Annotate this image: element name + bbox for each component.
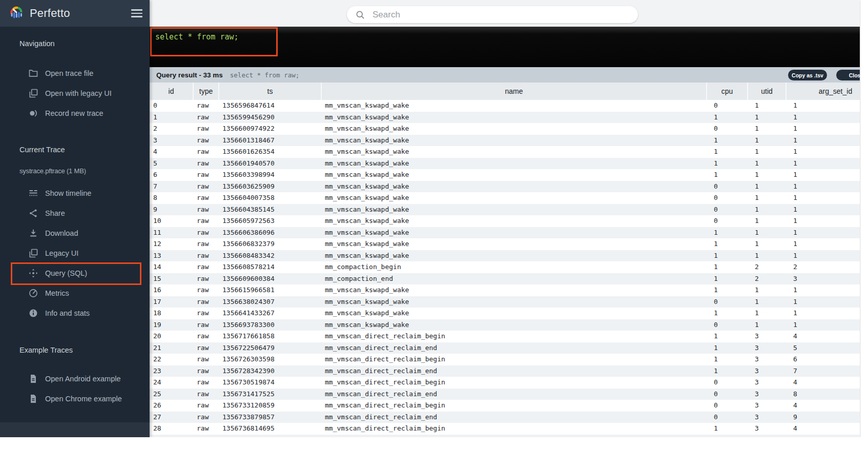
cell-arg-set-id: 1 [786, 308, 860, 319]
menu-icon[interactable] [130, 5, 143, 22]
column-header-arg-set-id[interactable]: arg_set_id [786, 83, 860, 100]
cell-utid: 3 [748, 412, 786, 423]
cell-name: mm_vmscan_kswapd_wake [321, 227, 707, 239]
table-row[interactable]: 28raw1356736814695mm_vmscan_direct_recla… [150, 423, 860, 435]
sidebar-item-download[interactable]: Download [0, 223, 150, 243]
table-row[interactable]: 18raw1356641433267mm_vmscan_kswapd_wake1… [150, 308, 860, 319]
sidebar-item-open-with-legacy-ui[interactable]: Open with legacy UI [0, 83, 150, 103]
metrics-icon [28, 288, 38, 298]
cell-cpu: 1 [707, 342, 748, 354]
table-row[interactable]: 7raw1356603625909mm_vmscan_kswapd_wake01… [150, 181, 860, 193]
table-row[interactable]: 12raw1356606832379mm_vmscan_kswapd_wake1… [150, 238, 860, 250]
column-header-utid[interactable]: utid [748, 83, 786, 100]
cell-utid: 1 [748, 204, 786, 216]
cell-utid: 3 [748, 435, 786, 438]
column-header-cpu[interactable]: cpu [707, 83, 748, 100]
search-input[interactable] [371, 9, 619, 21]
cell-id: 7 [150, 181, 193, 193]
cell-utid: 1 [748, 227, 786, 239]
table-row[interactable]: 22raw1356726303598mm_vmscan_direct_recla… [150, 354, 860, 365]
cell-ts: 1356596847614 [219, 100, 321, 112]
cell-ts: 1356605972563 [219, 215, 321, 227]
sidebar-item-share[interactable]: Share [0, 203, 150, 223]
sidebar-item-label: Query (SQL) [45, 269, 87, 277]
table-row[interactable]: 25raw1356731417525mm_vmscan_direct_recla… [150, 389, 860, 400]
sidebar-item-show-timeline[interactable]: Show timeline [0, 183, 150, 203]
sidebar-item-open-android-example[interactable]: Open Android example [0, 369, 150, 389]
cell-cpu: 1 [707, 158, 748, 170]
cell-name: mm_vmscan_kswapd_wake [321, 296, 707, 308]
table-row[interactable]: 16raw1356615966581mm_vmscan_kswapd_wake1… [150, 284, 860, 296]
cell-type: raw [193, 112, 219, 124]
column-header-ts[interactable]: ts [219, 83, 321, 100]
cell-arg-set-id: 4 [786, 423, 860, 435]
copy-as-tsv-button[interactable]: Copy as .tsv [788, 70, 827, 80]
table-row[interactable]: 13raw1356608483342mm_vmscan_kswapd_wake1… [150, 250, 860, 262]
table-row[interactable]: 19raw1356693783300mm_vmscan_kswapd_wake0… [150, 319, 860, 331]
cell-name: mm_vmscan_kswapd_wake [321, 238, 707, 250]
cell-utid: 3 [748, 331, 786, 342]
cell-name: mm_vmscan_kswapd_wake [321, 215, 707, 227]
table-row[interactable]: 26raw1356733120859mm_vmscan_direct_recla… [150, 400, 860, 412]
cell-cpu: 0 [707, 181, 748, 193]
sidebar-item-legacy-ui[interactable]: Legacy UI [0, 243, 150, 263]
cell-cpu: 1 [707, 354, 748, 365]
column-header-type[interactable]: type [193, 83, 219, 100]
table-row[interactable]: 9raw1356604385145mm_vmscan_kswapd_wake01… [150, 204, 860, 216]
sidebar-item-open-trace-file[interactable]: Open trace file [0, 63, 150, 83]
sidebar-item-open-chrome-example[interactable]: Open Chrome example [0, 389, 150, 409]
cell-name: mm_vmscan_direct_reclaim_end [321, 412, 707, 423]
table-row[interactable]: 4raw1356601626354mm_vmscan_kswapd_wake11… [150, 146, 860, 158]
table-row[interactable]: 0raw1356596847614mm_vmscan_kswapd_wake01… [150, 100, 860, 112]
cell-cpu: 1 [707, 250, 748, 262]
cell-ts: 1356733879857 [219, 412, 321, 423]
table-row[interactable]: 14raw1356608578214mm_compaction_begin122 [150, 261, 860, 273]
table-row[interactable]: 2raw1356600974922mm_vmscan_kswapd_wake01… [150, 123, 860, 135]
query-result-summary: Query result - 33 ms [156, 71, 223, 79]
cell-cpu: 1 [707, 423, 748, 435]
cell-arg-set-id: 1 [786, 158, 860, 170]
column-header-name[interactable]: name [321, 83, 707, 100]
sidebar-item-metrics[interactable]: Metrics [0, 283, 150, 303]
table-row[interactable]: 11raw1356606386096mm_vmscan_kswapd_wake1… [150, 227, 860, 239]
search-bar[interactable] [347, 6, 638, 23]
cell-type: raw [193, 146, 219, 158]
cell-arg-set-id: 1 [786, 169, 860, 181]
cell-type: raw [193, 296, 219, 308]
table-row[interactable]: 3raw1356601318467mm_vmscan_kswapd_wake11… [150, 135, 860, 147]
sidebar-item-query-sql[interactable]: Query (SQL) [0, 263, 150, 283]
table-row[interactable]: 10raw1356605972563mm_vmscan_kswapd_wake0… [150, 215, 860, 227]
sidebar-item-info-and-stats[interactable]: Info and stats [0, 303, 150, 323]
cell-ts: 1356601940570 [219, 158, 321, 170]
topbar [150, 0, 860, 27]
close-button[interactable]: Close [836, 70, 860, 80]
search-icon [355, 10, 365, 20]
cell-cpu: 0 [707, 296, 748, 308]
cell-utid: 2 [748, 261, 786, 273]
cell-ts: 1356693783300 [219, 319, 321, 331]
table-row[interactable]: 20raw1356717661858mm_vmscan_direct_recla… [150, 331, 860, 342]
table-row[interactable]: 24raw1356730519874mm_vmscan_direct_recla… [150, 377, 860, 389]
table-row[interactable]: 6raw1356603398994mm_vmscan_kswapd_wake11… [150, 169, 860, 181]
table-row[interactable]: 29raw1356738951752mm_vmscan_direct_recla… [150, 435, 860, 438]
table-row[interactable]: 21raw1356722506479mm_vmscan_direct_recla… [150, 342, 860, 354]
section-title: Current Trace [0, 145, 150, 155]
cell-name: mm_vmscan_kswapd_wake [321, 204, 707, 216]
sidebar-item-record-new-trace[interactable]: Record new trace [0, 103, 150, 123]
cell-cpu: 1 [707, 146, 748, 158]
sql-editor[interactable]: select * from raw; [150, 27, 860, 67]
sidebar-section-navigation: NavigationOpen trace fileOpen with legac… [0, 38, 150, 123]
table-row[interactable]: 27raw1356733879857mm_vmscan_direct_recla… [150, 412, 860, 423]
cell-utid: 1 [748, 215, 786, 227]
cell-id: 0 [150, 100, 193, 112]
table-row[interactable]: 5raw1356601940570mm_vmscan_kswapd_wake11… [150, 158, 860, 170]
column-header-id[interactable]: id [150, 83, 193, 100]
sidebar-item-label: Open trace file [45, 69, 93, 77]
cell-id: 20 [150, 331, 193, 342]
table-row[interactable]: 15raw1356609600384mm_compaction_end123 [150, 273, 860, 285]
table-row[interactable]: 8raw1356604007358mm_vmscan_kswapd_wake01… [150, 192, 860, 204]
sidebar-header: Perfetto [0, 0, 150, 27]
table-row[interactable]: 23raw1356728342390mm_vmscan_direct_recla… [150, 365, 860, 377]
table-row[interactable]: 17raw1356638024307mm_vmscan_kswapd_wake0… [150, 296, 860, 308]
table-row[interactable]: 1raw1356599456290mm_vmscan_kswapd_wake11… [150, 112, 860, 124]
